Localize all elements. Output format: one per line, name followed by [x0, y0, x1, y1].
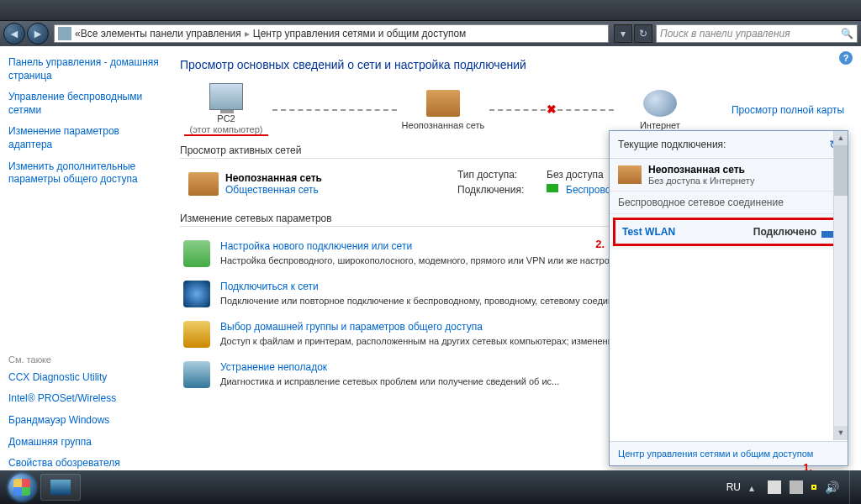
seealso-link-ccx[interactable]: CCX Diagnostic Utility — [8, 371, 160, 385]
task-desc: Диагностика и исправление сетевых пробле… — [220, 375, 559, 388]
language-indicator[interactable]: RU — [726, 481, 741, 493]
wlan-name: Test WLAN — [622, 226, 675, 238]
address-bar[interactable]: « Все элементы панели управления ▸ Центр… — [54, 24, 609, 43]
explorer-navbar: ◄ ► « Все элементы панели управления ▸ Ц… — [0, 21, 861, 46]
full-map-link[interactable]: Просмотр полной карты — [732, 104, 844, 116]
signal-icon — [547, 184, 558, 192]
unknown-net-label: Неопознанная сеть — [397, 120, 489, 130]
network-map: PC2 (этот компьютер) Неопознанная сеть И… — [180, 83, 844, 136]
map-node-unknown[interactable]: Неопознанная сеть — [397, 90, 489, 130]
system-tray: RU ▴ 🔊 — [726, 480, 844, 494]
refresh-button[interactable]: ↻ — [634, 24, 652, 43]
flyout-current-net: Неопознанная сеть Без доступа к Интернет… — [610, 159, 848, 192]
seealso-link-intel[interactable]: Intel® PROSet/Wireless — [8, 392, 160, 406]
flyout-body — [610, 249, 848, 441]
power-icon[interactable] — [790, 480, 803, 494]
forward-button[interactable]: ► — [27, 23, 49, 45]
flyout-scrollbar[interactable]: ▲ ▼ — [833, 131, 848, 440]
network-tray-icon[interactable] — [811, 485, 816, 490]
help-icon[interactable]: ? — [839, 51, 853, 65]
action-center-icon[interactable] — [768, 480, 781, 494]
volume-icon[interactable]: 🔊 — [825, 480, 839, 494]
globe-icon — [643, 90, 677, 117]
flyout-header-label: Текущие подключения: — [618, 139, 726, 150]
sidebar-link-adapter[interactable]: Изменение параметров адаптера — [8, 125, 160, 151]
window-titlebar — [0, 0, 861, 21]
internet-label: Интернет — [614, 120, 706, 130]
control-panel-icon — [58, 27, 71, 40]
bench-icon — [618, 165, 642, 184]
flyout-section-label: Беспроводное сетевое соединение — [618, 197, 784, 208]
conn-label: Подключения: — [457, 184, 541, 196]
bench-icon — [188, 172, 219, 196]
pc-name: PC2 — [180, 113, 272, 123]
flyout-section-header[interactable]: Беспроводное сетевое соединение ▴ — [610, 192, 848, 214]
breadcrumb-current[interactable]: Центр управления сетями и общим доступом — [253, 28, 467, 39]
bench-icon — [426, 90, 460, 117]
sidebar-home-link[interactable]: Панель управления - домашняя страница — [8, 56, 160, 82]
access-value: Без доступа — [547, 169, 604, 181]
see-also-label: См. также — [8, 354, 160, 365]
app-icon — [50, 480, 71, 495]
sidebar-link-wireless[interactable]: Управление беспроводными сетями — [8, 91, 160, 117]
homegroup-icon — [183, 321, 210, 348]
flyout-net-status: Без доступа к Интернету — [648, 176, 755, 186]
flyout-header: Текущие подключения: ↻ — [610, 131, 848, 159]
scroll-up-arrow[interactable]: ▲ — [834, 131, 848, 145]
start-orb-icon — [8, 474, 35, 501]
pc-sub: (этот компьютер) — [184, 124, 267, 136]
connect-network-icon — [183, 281, 210, 307]
seealso-link-firewall[interactable]: Брандмауэр Windows — [8, 414, 160, 428]
scroll-down-arrow[interactable]: ▼ — [834, 426, 848, 440]
search-placeholder: Поиск в панели управления — [660, 28, 790, 39]
sidebar: Панель управления - домашняя страница Уп… — [0, 46, 168, 470]
taskbar-app-button[interactable] — [40, 474, 81, 501]
sidebar-link-sharing[interactable]: Изменить дополнительные параметры общего… — [8, 160, 160, 186]
taskbar: RU ▴ 🔊 — [0, 470, 861, 504]
annotation-2: 2. — [595, 238, 605, 250]
network-flyout: Текущие подключения: ↻ Неопознанная сеть… — [609, 130, 848, 466]
change-settings-label: Изменение сетевых параметров — [180, 213, 332, 224]
back-button[interactable]: ◄ — [3, 23, 25, 45]
flyout-net-name: Неопознанная сеть — [648, 164, 755, 176]
map-node-internet[interactable]: Интернет — [614, 90, 706, 130]
seealso-link-browser[interactable]: Свойства обозревателя — [8, 457, 160, 470]
flyout-wlan-item[interactable]: Test WLAN Подключено — [613, 218, 844, 246]
wlan-status: Подключено — [753, 226, 816, 238]
active-net-type[interactable]: Общественная сеть — [225, 184, 322, 196]
scroll-thumb[interactable] — [834, 145, 848, 196]
computer-icon — [209, 83, 243, 110]
page-heading: Просмотр основных сведений о сети и наст… — [180, 58, 844, 71]
map-connection-1 — [272, 109, 397, 111]
start-button[interactable] — [5, 470, 39, 504]
breadcrumb-prefix: « — [75, 28, 81, 39]
seealso-link-homegroup[interactable]: Домашняя группа — [8, 436, 160, 449]
map-connection-broken — [489, 109, 614, 111]
new-connection-icon — [183, 240, 210, 267]
task-link[interactable]: Устранение неполадок — [220, 361, 559, 373]
breadcrumb-root[interactable]: Все элементы панели управления — [81, 28, 241, 39]
troubleshoot-icon — [183, 361, 210, 388]
tray-chevron-up-icon[interactable]: ▴ — [749, 482, 759, 492]
active-networks-label: Просмотр активных сетей — [180, 144, 301, 156]
map-node-pc[interactable]: PC2 (этот компьютер) — [180, 83, 272, 136]
show-desktop-button[interactable] — [849, 470, 856, 504]
search-icon: 🔍 — [841, 28, 853, 39]
search-input[interactable]: Поиск в панели управления 🔍 — [656, 24, 858, 43]
active-net-name: Неопознанная сеть — [225, 172, 322, 184]
breadcrumb-separator: ▸ — [245, 28, 250, 39]
access-label: Тип доступа: — [457, 169, 541, 181]
dropdown-button[interactable]: ▾ — [614, 24, 632, 43]
